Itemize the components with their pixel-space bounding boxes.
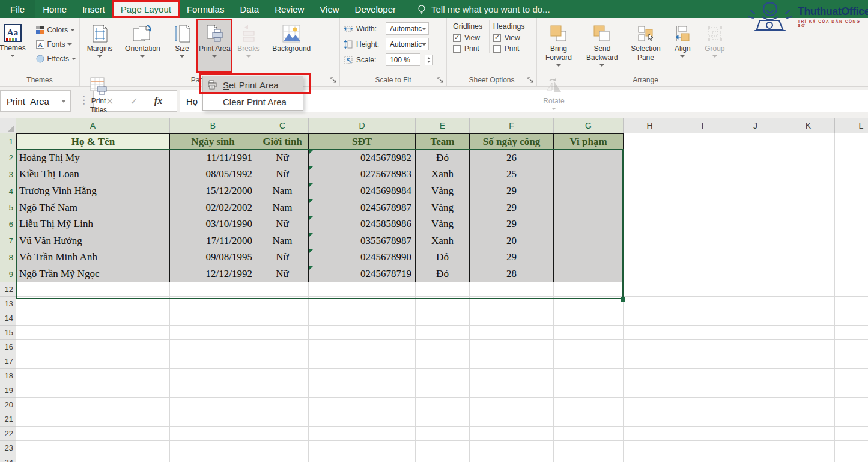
cell[interactable] <box>416 354 470 369</box>
cell[interactable] <box>309 354 416 369</box>
cell[interactable] <box>554 398 624 412</box>
enter-icon[interactable]: ✓ <box>130 96 138 107</box>
cell[interactable] <box>835 340 868 354</box>
cell[interactable] <box>729 199 782 216</box>
cell[interactable] <box>256 340 309 354</box>
cell[interactable] <box>835 282 868 297</box>
row-header-8[interactable]: 8 <box>0 249 16 266</box>
row-header-2[interactable]: 2 <box>0 150 16 167</box>
cell[interactable] <box>782 216 835 233</box>
row-header-21[interactable]: 21 <box>0 412 16 427</box>
sheet-options-dialog-launcher-icon[interactable] <box>527 77 534 84</box>
cell[interactable] <box>676 297 729 311</box>
cell[interactable] <box>624 340 676 354</box>
cell[interactable]: Nữ <box>256 249 309 266</box>
cell[interactable] <box>554 383 624 398</box>
cell[interactable] <box>729 441 782 455</box>
margins-button[interactable]: Margins <box>82 20 117 72</box>
cell[interactable]: 0245678987 <box>309 199 416 216</box>
cell[interactable] <box>309 282 416 297</box>
cell[interactable] <box>256 354 309 369</box>
selection-pane-button[interactable]: Selection Pane <box>627 20 665 72</box>
cell[interactable] <box>554 297 624 311</box>
cell[interactable] <box>470 340 554 354</box>
cell[interactable] <box>554 199 624 216</box>
cell[interactable]: 29 <box>470 199 554 216</box>
cell[interactable] <box>729 311 782 326</box>
cell[interactable] <box>835 412 868 427</box>
cell[interactable] <box>835 249 868 266</box>
cell[interactable] <box>416 282 470 297</box>
cell[interactable] <box>676 282 729 297</box>
scale-dialog-launcher-icon[interactable] <box>437 77 444 84</box>
column-header-E[interactable]: E <box>416 118 470 133</box>
scale-input[interactable]: 100 % <box>386 53 420 66</box>
row-header-15[interactable]: 15 <box>0 326 16 340</box>
cell[interactable] <box>782 383 835 398</box>
tab-developer[interactable]: Developer <box>347 0 404 18</box>
cell[interactable] <box>16 369 170 383</box>
cell[interactable]: 29 <box>470 249 554 266</box>
cell[interactable] <box>554 427 624 441</box>
cell[interactable] <box>309 455 416 462</box>
cell[interactable] <box>470 441 554 455</box>
cell[interactable] <box>729 282 782 297</box>
column-header-K[interactable]: K <box>782 118 835 133</box>
cell[interactable] <box>470 326 554 340</box>
column-header-H[interactable]: H <box>624 118 676 133</box>
cell[interactable] <box>416 326 470 340</box>
cell[interactable] <box>729 427 782 441</box>
cell[interactable] <box>835 427 868 441</box>
cell[interactable] <box>676 266 729 283</box>
cell[interactable]: Vũ Văn Hưởng <box>16 233 170 250</box>
cell[interactable] <box>470 369 554 383</box>
cell[interactable] <box>624 326 676 340</box>
cell[interactable] <box>554 282 624 297</box>
cell[interactable] <box>309 311 416 326</box>
headings-view-checkbox[interactable]: View <box>493 34 525 42</box>
cell[interactable] <box>624 369 676 383</box>
cell[interactable] <box>729 412 782 427</box>
cell[interactable]: 08/05/1992 <box>170 166 256 183</box>
column-header-B[interactable]: B <box>170 118 256 133</box>
cell[interactable]: Vi phạm <box>554 133 624 150</box>
cell[interactable] <box>729 383 782 398</box>
cell[interactable] <box>676 412 729 427</box>
cell[interactable] <box>835 233 868 250</box>
cell[interactable] <box>835 216 868 233</box>
row-header-20[interactable]: 20 <box>0 398 16 412</box>
cell[interactable] <box>470 412 554 427</box>
cell[interactable] <box>624 427 676 441</box>
cell[interactable]: Số ngày công <box>470 133 554 150</box>
cell[interactable] <box>554 441 624 455</box>
cell[interactable] <box>835 398 868 412</box>
row-header-6[interactable]: 6 <box>0 216 16 233</box>
menu-item-clear-print-area[interactable]: Clear Print Area <box>203 93 303 110</box>
cell[interactable] <box>416 455 470 462</box>
cell[interactable] <box>170 282 256 297</box>
themes-button[interactable]: Aa Themes <box>0 20 31 72</box>
cell[interactable]: Giới tính <box>256 133 309 150</box>
cell[interactable] <box>782 133 835 150</box>
cell[interactable] <box>782 427 835 441</box>
cell[interactable]: 0245698984 <box>309 183 416 200</box>
cell[interactable] <box>782 249 835 266</box>
cell[interactable] <box>16 311 170 326</box>
cell[interactable] <box>554 183 624 200</box>
cell[interactable] <box>554 369 624 383</box>
tab-review[interactable]: Review <box>267 0 312 18</box>
cell[interactable] <box>729 354 782 369</box>
cell[interactable] <box>676 233 729 250</box>
cell[interactable] <box>170 311 256 326</box>
cell[interactable] <box>729 233 782 250</box>
cell[interactable] <box>309 297 416 311</box>
cell[interactable] <box>676 369 729 383</box>
cell[interactable] <box>470 427 554 441</box>
row-header-1[interactable]: 1 <box>0 133 16 150</box>
cell[interactable] <box>676 427 729 441</box>
cell[interactable] <box>729 455 782 462</box>
cell[interactable] <box>729 266 782 283</box>
cell[interactable] <box>624 398 676 412</box>
cell[interactable] <box>256 326 309 340</box>
cell[interactable] <box>16 282 170 297</box>
